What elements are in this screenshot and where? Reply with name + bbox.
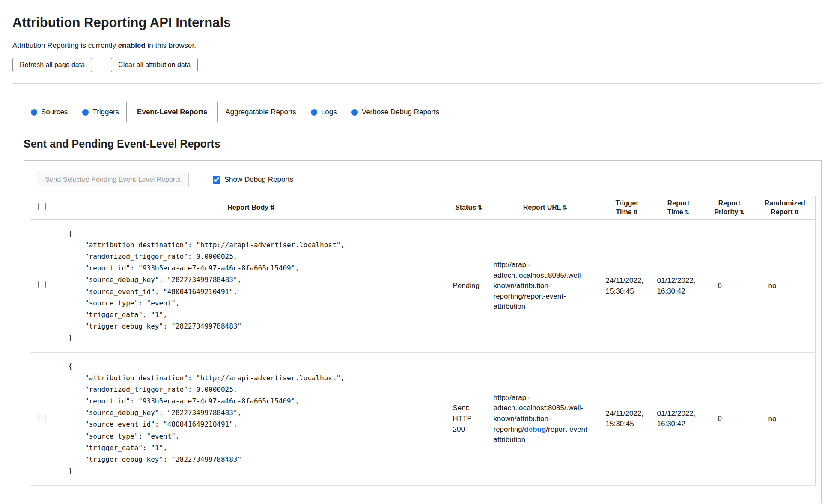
randomized-report: no (755, 219, 816, 353)
col-header-report-url[interactable]: Report URL⇅ (489, 196, 602, 220)
trigger-time: 24/11/2022, 15:30:45 (602, 353, 653, 486)
event-level-reports-panel: Sent and Pending Event-Level Reports Sen… (12, 138, 822, 503)
tab-triggers[interactable]: Triggers (75, 102, 126, 122)
tab-verbose-debug-reports[interactable]: Verbose Debug Reports (344, 102, 447, 122)
tab-label: Triggers (92, 108, 119, 116)
section-divider (12, 83, 822, 84)
report-body-json: { "attribution_destination": "http://ara… (69, 360, 444, 477)
tab-event-level-reports[interactable]: Event-Level Reports (126, 102, 218, 122)
debug-url-segment: debug (524, 425, 546, 433)
section-heading: Sent and Pending Event-Level Reports (24, 138, 822, 150)
report-status: Pending (449, 219, 489, 353)
page-title: Attribution Reporting API Internals (12, 15, 822, 30)
row-select-checkbox[interactable] (38, 281, 46, 288)
show-debug-toggle[interactable]: Show Debug Reports (213, 175, 294, 184)
report-row: { "attribution_destination": "http://ara… (30, 219, 816, 353)
row-checkbox-cell (30, 219, 54, 353)
tab-label: Sources (41, 108, 68, 116)
send-selected-button: Send Selected Pending Event-Level Report… (37, 172, 189, 187)
sort-icon: ⇅ (794, 209, 799, 216)
reports-table: Report Body⇅ Status⇅ Report URL⇅ Trigger… (30, 196, 816, 486)
trigger-time: 24/11/2022, 15:30:45 (602, 219, 653, 353)
col-header-report-priority[interactable]: Report Priority⇅ (704, 196, 755, 220)
select-all-header (30, 196, 54, 220)
show-debug-checkbox[interactable] (213, 176, 220, 184)
col-header-report-body[interactable]: Report Body⇅ (54, 196, 449, 220)
refresh-all-button[interactable]: Refresh all page data (12, 58, 92, 72)
table-header-row: Report Body⇅ Status⇅ Report URL⇅ Trigger… (30, 196, 816, 220)
report-status: Sent: HTTP 200 (449, 353, 489, 486)
sort-icon: ⇅ (477, 204, 483, 211)
url-text: http://arapi-adtech.localhost:8085/.well… (494, 261, 584, 311)
page-actions: Refresh all page data Clear all attribut… (12, 58, 822, 72)
clear-all-data-button[interactable]: Clear all attribution data (111, 58, 198, 72)
report-body-json: { "attribution_destination": "http://ara… (69, 228, 444, 344)
show-debug-label: Show Debug Reports (224, 175, 294, 184)
sort-icon: ⇅ (739, 209, 745, 216)
col-header-trigger-time[interactable]: Trigger Time⇅ (602, 196, 653, 220)
tab-label: Logs (321, 108, 337, 116)
col-header-report-time[interactable]: Report Time⇅ (653, 196, 704, 220)
status-suffix: in this browser. (146, 42, 196, 50)
report-body-cell: { "attribution_destination": "http://ara… (54, 219, 449, 353)
col-header-status[interactable]: Status⇅ (449, 196, 489, 220)
report-priority: 0 (704, 353, 755, 486)
report-priority: 0 (704, 219, 755, 353)
tab-label: Event-Level Reports (137, 108, 207, 116)
panel-controls: Send Selected Pending Event-Level Report… (37, 172, 816, 187)
status-prefix: Attribution Reporting is currently (12, 42, 118, 50)
tab-logs[interactable]: Logs (304, 102, 344, 122)
sort-icon: ⇅ (270, 204, 275, 211)
verbose-debug-status-dot-icon (351, 109, 358, 116)
status-enabled: enabled (118, 42, 146, 50)
report-time: 01/12/2022, 16:30:42 (653, 353, 704, 486)
report-url: http://arapi-adtech.localhost:8085/.well… (489, 353, 602, 486)
report-time: 01/12/2022, 16:30:42 (653, 219, 704, 353)
report-row: { "attribution_destination": "http://ara… (30, 353, 816, 486)
tab-label: Aggregatable Reports (225, 108, 296, 116)
sort-icon: ⇅ (685, 209, 690, 216)
col-header-randomized-report[interactable]: Randomized Report⇅ (755, 196, 816, 220)
triggers-status-dot-icon (82, 109, 89, 116)
row-select-checkbox (38, 414, 46, 421)
attribution-internals-page: Attribution Reporting API Internals Attr… (0, 0, 834, 503)
tab-aggregatable-reports[interactable]: Aggregatable Reports (218, 102, 303, 122)
reports-panel: Send Selected Pending Event-Level Report… (24, 160, 822, 503)
randomized-report: no (755, 353, 816, 486)
select-all-checkbox[interactable] (38, 203, 46, 210)
tab-bar: Sources Triggers Event-Level Reports Agg… (12, 102, 822, 122)
logs-status-dot-icon (311, 109, 317, 116)
row-checkbox-cell (30, 353, 54, 486)
report-url: http://arapi-adtech.localhost:8085/.well… (489, 219, 602, 353)
sources-status-dot-icon (31, 109, 37, 116)
tab-label: Verbose Debug Reports (362, 108, 439, 116)
sort-icon: ⇅ (633, 209, 638, 216)
tab-sources[interactable]: Sources (24, 102, 75, 122)
report-body-cell: { "attribution_destination": "http://ara… (54, 353, 449, 486)
status-text: Attribution Reporting is currently enabl… (12, 42, 822, 50)
sort-icon: ⇅ (563, 204, 568, 211)
